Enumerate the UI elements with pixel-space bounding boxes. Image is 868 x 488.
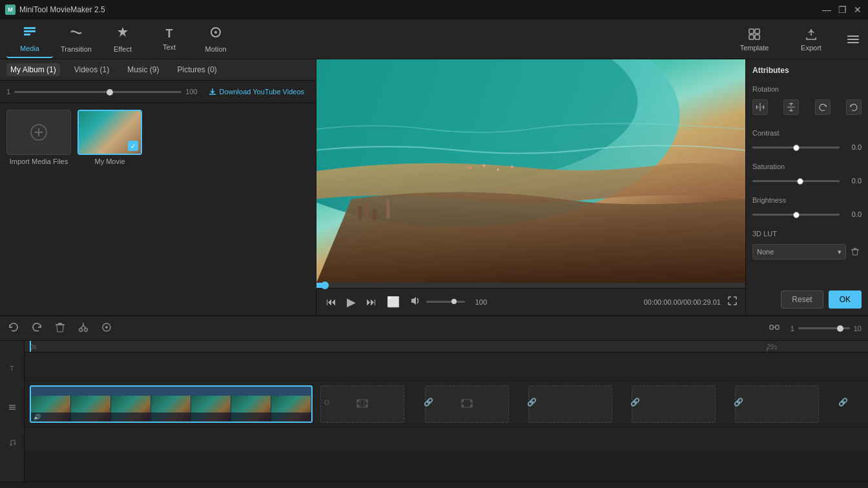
fullscreen-button[interactable] — [727, 296, 738, 308]
lut-row: 3D LUT None ▾ — [752, 230, 862, 259]
redo-button[interactable] — [30, 320, 44, 337]
media-controls-bar: 1 100 Download YouTube Videos — [0, 81, 316, 103]
center-panel: ⏮ ▶ ⏭ ⬜ 100 00:00:00.00/00:00:29.01 — [316, 59, 745, 315]
brightness-slider[interactable] — [752, 214, 840, 216]
zoom-min: 1 — [6, 88, 10, 96]
empty-slot-2[interactable] — [425, 385, 509, 423]
zoom-slider[interactable] — [14, 91, 181, 93]
svg-point-17 — [469, 166, 471, 168]
empty-slot-3[interactable] — [528, 385, 612, 423]
toolbar-motion[interactable]: Motion — [192, 21, 239, 58]
contrast-slider[interactable] — [752, 147, 840, 148]
flip-horizontal-button[interactable] — [752, 99, 768, 115]
lut-current-value: None — [757, 248, 774, 256]
link-connector-6: 🔗 — [838, 398, 848, 407]
timeline-content: T 0s 29s — [0, 341, 868, 482]
delete-clip-button[interactable] — [53, 320, 67, 337]
toolbar-effect[interactable]: Effect — [99, 21, 146, 58]
svg-rect-43 — [462, 400, 464, 402]
empty-slot-5[interactable] — [735, 385, 819, 423]
video-clip[interactable]: 🔊 — [30, 385, 313, 423]
timeline-zoom-container: 1 10 — [785, 325, 862, 332]
transition-label: Transition — [61, 45, 92, 53]
left-panel-nav: My Album (1) Videos (1) Music (9) Pictur… — [0, 59, 316, 81]
close-button[interactable]: ✕ — [852, 5, 863, 15]
my-movie-thumb[interactable]: ✓ — [78, 110, 142, 155]
toolbar-template[interactable]: Template — [731, 21, 778, 58]
time-display: 00:00:00.00/00:00:29.01 — [644, 298, 721, 306]
preview-image — [316, 59, 745, 283]
saturation-slider[interactable] — [752, 180, 840, 182]
music-note-icon — [8, 438, 17, 447]
svg-rect-44 — [462, 405, 464, 407]
svg-rect-7 — [755, 29, 760, 34]
rotate-cw-icon — [818, 102, 828, 112]
nav-music[interactable]: Music (9) — [123, 63, 163, 76]
motion-label: Motion — [205, 45, 226, 53]
link-connector-2: 🔗 — [424, 398, 433, 407]
titlebar-controls[interactable]: — ❐ ✕ — [822, 5, 863, 15]
export-icon — [804, 27, 818, 41]
toolbar-transition[interactable]: Transition — [53, 21, 99, 58]
toolbar-media[interactable]: Media — [6, 21, 53, 58]
link-connector-4: 🔗 — [630, 398, 640, 407]
download-youtube-button[interactable]: Download YouTube Videos — [203, 85, 310, 99]
slot-film-icon-2 — [460, 397, 473, 412]
nav-videos[interactable]: Videos (1) — [70, 63, 113, 76]
film-strip-icon — [356, 397, 369, 410]
import-media-item[interactable]: Import Media Files — [6, 110, 71, 165]
svg-point-24 — [85, 328, 88, 331]
svg-rect-14 — [366, 203, 368, 220]
audio-track-row — [25, 427, 868, 453]
timeline-scrollbar[interactable] — [0, 482, 868, 488]
undo-button[interactable] — [6, 320, 21, 337]
svg-text:T: T — [10, 365, 14, 372]
minimize-button[interactable]: — — [822, 5, 832, 15]
nav-pictures[interactable]: Pictures (0) — [174, 63, 221, 76]
title-track-icon: T — [0, 352, 24, 385]
snap-icon — [769, 321, 780, 333]
video-track-icon — [0, 385, 24, 430]
snap-button[interactable] — [769, 321, 780, 335]
svg-rect-13 — [358, 206, 362, 220]
svg-rect-8 — [749, 35, 754, 39]
svg-rect-15 — [373, 209, 377, 219]
contrast-slider-row: 0.0 — [752, 143, 862, 151]
special-icon — [101, 321, 112, 333]
toolbar-text[interactable]: T Text — [146, 21, 192, 58]
special-tool-button[interactable] — [99, 320, 114, 337]
playback-bar[interactable] — [316, 283, 745, 288]
flip-vertical-button[interactable] — [783, 99, 799, 115]
skip-back-button[interactable]: ⏮ — [324, 294, 338, 310]
rotate-left-button[interactable] — [846, 99, 862, 115]
import-media-thumb[interactable] — [6, 110, 71, 155]
lut-delete-button[interactable] — [849, 245, 862, 258]
cut-button[interactable] — [76, 320, 90, 337]
reset-button[interactable]: Reset — [781, 290, 823, 309]
timeline-zoom-slider[interactable] — [798, 327, 850, 329]
nav-my-album[interactable]: My Album (1) — [6, 63, 60, 76]
menu-button[interactable] — [845, 33, 862, 46]
skip-forward-button[interactable]: ⏭ — [364, 294, 378, 310]
rotation-label: Rotation — [752, 85, 862, 93]
rotate-right-button[interactable] — [815, 99, 831, 115]
volume-slider[interactable] — [426, 301, 465, 303]
empty-slot-4[interactable] — [632, 385, 716, 423]
timeline-tools-left — [6, 320, 114, 337]
svg-rect-30 — [9, 405, 16, 406]
crop-button[interactable]: ⬜ — [385, 294, 402, 310]
lut-dropdown-icon: ▾ — [838, 248, 842, 256]
volume-icon[interactable] — [408, 294, 422, 310]
play-button[interactable]: ▶ — [345, 293, 358, 311]
ok-button[interactable]: OK — [829, 290, 862, 309]
svg-point-19 — [497, 168, 499, 170]
toolbar-export[interactable]: Export — [788, 21, 834, 58]
text-icon: T — [166, 27, 173, 41]
restore-button[interactable]: ❐ — [837, 5, 847, 15]
my-movie-item[interactable]: ✓ My Movie — [78, 110, 142, 165]
svg-point-23 — [79, 328, 83, 331]
svg-rect-31 — [9, 407, 16, 408]
flip-h-icon — [755, 102, 765, 112]
audio-track-icon — [0, 430, 24, 456]
lut-select[interactable]: None ▾ — [752, 244, 846, 259]
